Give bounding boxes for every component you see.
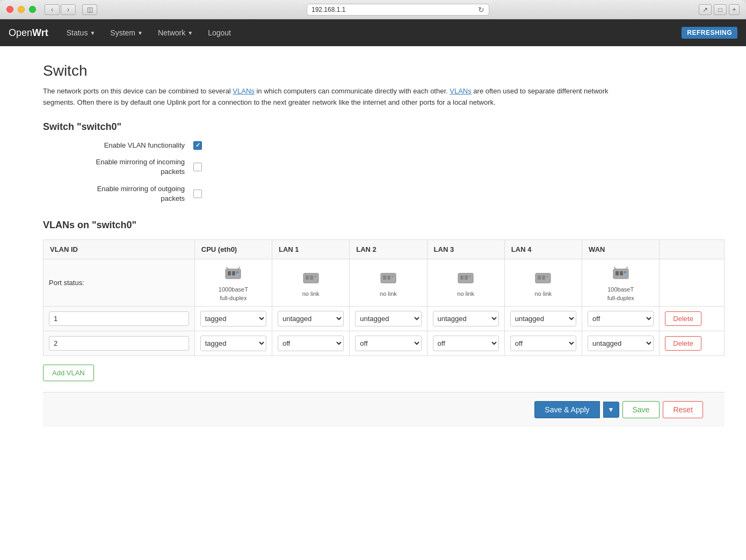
col-lan3: LAN 3: [427, 240, 504, 259]
new-tab-btn[interactable]: □: [714, 4, 727, 15]
vlan1-wan-select[interactable]: off untagged tagged: [588, 311, 654, 326]
vlan1-wan-cell: off untagged tagged: [582, 306, 660, 331]
enable-vlan-label: Enable VLAN functionality: [43, 141, 193, 149]
lan1-port-icon: [301, 268, 321, 287]
svg-rect-23: [615, 271, 619, 275]
vlan-link2[interactable]: VLANs: [450, 87, 471, 95]
forward-btn[interactable]: ›: [61, 4, 76, 15]
footer-actions: Save & Apply ▼ Save Reset: [43, 392, 725, 427]
maximize-window-btn[interactable]: [29, 6, 36, 13]
mirror-outgoing-label: Enable mirroring of outgoingpackets: [43, 184, 193, 203]
port-status-label: Port status:: [44, 259, 195, 307]
lan2-status-text: no link: [380, 290, 397, 297]
table-row: off untagged tagged off untagged tagged: [44, 306, 725, 331]
svg-rect-9: [314, 275, 316, 278]
vlan2-lan2-select[interactable]: off untagged tagged: [355, 336, 421, 351]
lan4-port-icon: [533, 268, 553, 287]
port-status-cpu: 1000baseTfull-duplex: [194, 259, 272, 307]
lan3-port-icon: [456, 268, 475, 287]
svg-rect-20: [542, 275, 545, 280]
vlan1-lan2-cell: off untagged tagged: [350, 306, 427, 331]
back-btn[interactable]: ‹: [45, 4, 60, 15]
svg-rect-3: [236, 271, 238, 273]
address-text: 192.168.1.1: [312, 6, 345, 13]
svg-rect-2: [232, 271, 235, 275]
lan2-port-icon: [379, 268, 398, 287]
svg-rect-21: [546, 275, 548, 278]
sidebar-toggle-btn[interactable]: ◫: [82, 4, 97, 15]
vlan1-cpu-select[interactable]: off untagged tagged: [200, 311, 266, 326]
svg-rect-11: [383, 275, 386, 280]
vlan2-id-input[interactable]: [49, 336, 189, 351]
svg-rect-25: [624, 271, 626, 273]
svg-rect-15: [460, 275, 463, 280]
vlan1-lan1-cell: off untagged tagged: [272, 306, 350, 331]
vlan1-cpu-cell: off untagged tagged: [194, 306, 272, 331]
cpu-port-icon: [223, 264, 243, 283]
svg-rect-13: [392, 275, 394, 278]
cpu-status-text: 1000baseTfull-duplex: [219, 286, 248, 301]
share-btn[interactable]: ↗: [699, 4, 712, 15]
add-vlan-btn[interactable]: Add VLAN: [43, 365, 94, 381]
vlan1-lan2-select[interactable]: off untagged tagged: [355, 311, 421, 326]
vlan2-lan2-cell: off untagged tagged: [350, 331, 427, 355]
port-status-row: Port status: 1000baseTfull-d: [44, 259, 725, 307]
mirror-incoming-checkbox[interactable]: [193, 163, 202, 171]
vlan2-wan-cell: off untagged tagged: [582, 331, 660, 355]
port-status-lan3: no link: [427, 259, 504, 307]
address-bar: 192.168.1.1 ↻: [307, 4, 489, 16]
mirror-outgoing-checkbox[interactable]: [193, 190, 202, 198]
vlan-link1[interactable]: VLANs: [233, 87, 254, 95]
mirror-incoming-label: Enable mirroring of incomingpackets: [43, 157, 193, 177]
minimize-window-btn[interactable]: [18, 6, 25, 13]
svg-line-5: [238, 267, 240, 269]
svg-rect-19: [538, 275, 541, 280]
vlan2-wan-select[interactable]: off untagged tagged: [588, 336, 654, 351]
vlan1-lan1-select[interactable]: off untagged tagged: [278, 311, 344, 326]
save-apply-btn[interactable]: Save & Apply: [534, 401, 599, 418]
vlan1-lan3-select[interactable]: off untagged tagged: [433, 311, 499, 326]
status-dropdown-arrow: ▼: [90, 30, 95, 36]
lan3-status-text: no link: [457, 290, 474, 297]
vlan2-lan4-cell: off untagged tagged: [504, 331, 582, 355]
vlan-table: VLAN ID CPU (eth0) LAN 1 LAN 2 LAN 3 LAN…: [43, 239, 725, 356]
svg-rect-24: [620, 271, 623, 275]
vlan1-lan4-select[interactable]: off untagged tagged: [510, 311, 576, 326]
lan4-status-text: no link: [535, 290, 552, 297]
col-lan2: LAN 2: [350, 240, 427, 259]
vlan2-cpu-select[interactable]: off untagged tagged: [200, 336, 266, 351]
vlan2-delete-btn[interactable]: Delete: [665, 336, 701, 351]
wan-status-text: 100baseTfull-duplex: [607, 286, 634, 301]
vlans-section: VLANs on "switch0" VLAN ID CPU (eth0) LA…: [43, 220, 725, 381]
save-apply-dropdown-btn[interactable]: ▼: [603, 402, 619, 418]
enable-vlan-checkbox[interactable]: [193, 141, 202, 150]
nav-system[interactable]: System ▼: [103, 19, 150, 46]
vlan2-cpu-cell: off untagged tagged: [194, 331, 272, 355]
port-status-wan: 100baseTfull-duplex: [582, 259, 660, 307]
vlan2-lan4-select[interactable]: off untagged tagged: [510, 336, 576, 351]
vlan2-lan1-select[interactable]: off untagged tagged: [278, 336, 344, 351]
vlan1-actions-cell: Delete: [660, 306, 725, 331]
nav-logout[interactable]: Logout: [200, 19, 238, 46]
add-tab-btn[interactable]: +: [729, 4, 740, 15]
vlan1-id-input[interactable]: [49, 311, 189, 326]
vlan2-lan3-select[interactable]: off untagged tagged: [433, 336, 499, 351]
reset-btn[interactable]: Reset: [663, 401, 703, 418]
vlan1-delete-btn[interactable]: Delete: [665, 311, 701, 326]
svg-rect-1: [228, 271, 231, 275]
refreshing-badge: REFRESHING: [682, 27, 737, 39]
nav-status[interactable]: Status ▼: [59, 19, 103, 46]
wan-port-icon: [611, 264, 631, 283]
title-bar: ‹ › ◫ 192.168.1.1 ↻ ↗ □ +: [0, 0, 746, 19]
svg-line-26: [614, 267, 616, 269]
svg-rect-17: [469, 275, 471, 278]
system-dropdown-arrow: ▼: [137, 30, 143, 36]
nav-network[interactable]: Network ▼: [150, 19, 200, 46]
reload-btn[interactable]: ↻: [478, 5, 484, 14]
save-btn[interactable]: Save: [622, 401, 660, 418]
svg-rect-16: [465, 275, 468, 280]
brand-logo[interactable]: OpenWrt: [9, 27, 48, 39]
vlan1-lan4-cell: off untagged tagged: [504, 306, 582, 331]
port-status-lan4: no link: [504, 259, 582, 307]
close-window-btn[interactable]: [6, 6, 13, 13]
